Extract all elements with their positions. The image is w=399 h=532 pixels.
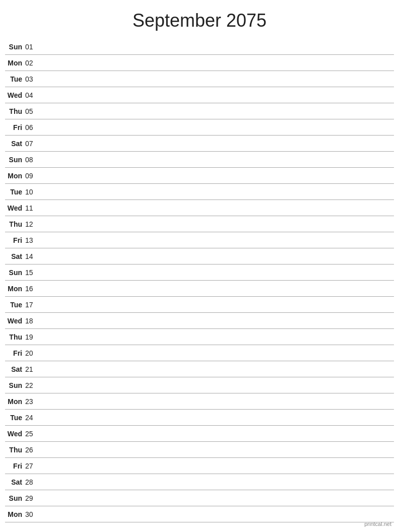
day-number: 20: [25, 349, 39, 357]
day-row: Mon16: [5, 281, 394, 297]
day-number: 11: [25, 204, 39, 212]
day-name: Sun: [5, 381, 25, 389]
day-line: [39, 62, 394, 63]
day-row: Wed18: [5, 313, 394, 329]
day-name: Sun: [5, 43, 25, 51]
day-row: Thu05: [5, 103, 394, 119]
day-name: Fri: [5, 349, 25, 357]
day-row: Sun15: [5, 264, 394, 281]
day-number: 30: [25, 510, 39, 518]
day-name: Wed: [5, 204, 25, 212]
day-row: Sat07: [5, 136, 394, 152]
day-line: [39, 95, 394, 95]
day-name: Mon: [5, 510, 25, 518]
day-number: 08: [25, 156, 39, 164]
day-line: [39, 369, 394, 369]
day-name: Wed: [5, 317, 25, 325]
day-line: [39, 385, 394, 385]
day-number: 02: [25, 59, 39, 67]
day-row: Sun22: [5, 377, 394, 393]
day-line: [39, 224, 394, 224]
page-title: September 2075: [0, 0, 399, 39]
day-line: [39, 401, 394, 402]
day-line: [39, 498, 394, 498]
day-name: Wed: [5, 91, 25, 99]
day-number: 10: [25, 188, 39, 196]
day-number: 09: [25, 172, 39, 180]
day-line: [39, 320, 394, 321]
day-row: Fri06: [5, 119, 394, 136]
day-name: Sat: [5, 365, 25, 373]
day-name: Thu: [5, 333, 25, 341]
day-line: [39, 482, 394, 482]
day-number: 26: [25, 446, 39, 454]
day-number: 01: [25, 43, 39, 51]
day-row: Tue03: [5, 71, 394, 87]
day-number: 16: [25, 285, 39, 293]
day-row: Sat21: [5, 361, 394, 377]
day-name: Sun: [5, 269, 25, 277]
day-line: [39, 191, 394, 192]
day-row: Tue24: [5, 410, 394, 426]
day-line: [39, 353, 394, 353]
day-name: Thu: [5, 107, 25, 115]
day-number: 22: [25, 381, 39, 389]
day-number: 25: [25, 430, 39, 438]
day-number: 15: [25, 269, 39, 277]
day-row: Thu26: [5, 442, 394, 458]
day-name: Mon: [5, 285, 25, 293]
day-line: [39, 111, 394, 111]
day-number: 21: [25, 365, 39, 373]
day-line: [39, 417, 394, 418]
day-name: Thu: [5, 446, 25, 454]
day-number: 29: [25, 494, 39, 502]
day-line: [39, 240, 394, 240]
day-row: Wed11: [5, 200, 394, 216]
day-number: 18: [25, 317, 39, 325]
day-line: [39, 288, 394, 289]
day-row: Wed25: [5, 426, 394, 442]
day-name: Sat: [5, 140, 25, 148]
day-number: 24: [25, 414, 39, 422]
day-row: Fri13: [5, 232, 394, 248]
day-number: 23: [25, 397, 39, 406]
day-line: [39, 449, 394, 450]
day-row: Tue10: [5, 184, 394, 200]
day-line: [39, 304, 394, 305]
day-number: 06: [25, 123, 39, 131]
day-row: Mon30: [5, 506, 394, 522]
day-row: Thu12: [5, 216, 394, 232]
day-row: Mon09: [5, 168, 394, 184]
day-name: Sat: [5, 252, 25, 260]
day-name: Tue: [5, 188, 25, 196]
day-name: Tue: [5, 414, 25, 422]
day-name: Thu: [5, 220, 25, 228]
day-line: [39, 127, 394, 127]
day-number: 19: [25, 333, 39, 341]
day-row: Sun29: [5, 490, 394, 506]
day-name: Fri: [5, 462, 25, 470]
day-name: Fri: [5, 123, 25, 131]
day-number: 12: [25, 220, 39, 228]
day-number: 27: [25, 462, 39, 470]
day-name: Mon: [5, 397, 25, 406]
day-number: 17: [25, 301, 39, 309]
day-line: [39, 46, 394, 47]
day-number: 05: [25, 107, 39, 115]
day-line: [39, 433, 394, 434]
footer-text: printcal.net: [364, 521, 391, 527]
day-number: 14: [25, 252, 39, 260]
day-row: Sun08: [5, 152, 394, 168]
day-line: [39, 256, 394, 256]
day-number: 07: [25, 140, 39, 148]
day-name: Mon: [5, 59, 25, 67]
day-name: Fri: [5, 236, 25, 244]
calendar-container: Sun01Mon02Tue03Wed04Thu05Fri06Sat07Sun08…: [0, 39, 399, 522]
day-row: Tue17: [5, 297, 394, 313]
day-number: 28: [25, 478, 39, 486]
day-name: Tue: [5, 301, 25, 309]
day-name: Sat: [5, 478, 25, 486]
day-name: Wed: [5, 430, 25, 438]
day-row: Sat14: [5, 248, 394, 264]
day-name: Mon: [5, 172, 25, 180]
